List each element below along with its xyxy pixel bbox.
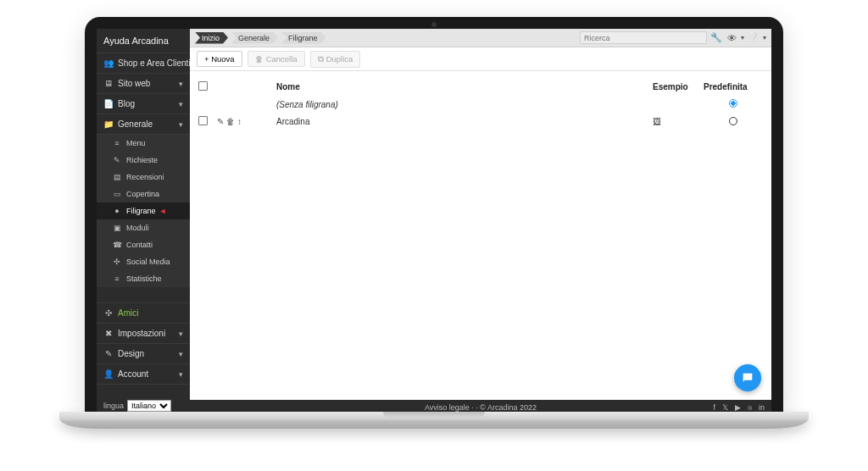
laptop-frame: Ayuda Arcadina 👥 Shop e Area Clienti ▾ 🖥… (85, 17, 783, 415)
col-example: Esempio (653, 82, 704, 91)
gear-icon: ✖ (103, 329, 114, 338)
row-checkbox[interactable] (198, 116, 208, 125)
users-icon: 👥 (103, 58, 114, 68)
grid-icon: ▣ (112, 224, 122, 232)
phone-icon: ☎ (112, 241, 122, 249)
language-select[interactable]: Italiano (127, 400, 171, 412)
sidebar-item-impostazioni[interactable]: ✖ Impostazioni ▾ (97, 324, 190, 344)
delete-button[interactable]: 🗑Cancella (248, 51, 305, 67)
sidebar-item-amici[interactable]: ✣ Amici (97, 302, 190, 324)
chevron-down-icon: ▾ (179, 80, 183, 88)
top-bar: Inizio Generale Filigrane 🔧 👁 ▾ ❔ ▾ (190, 29, 771, 47)
facebook-icon[interactable]: f (713, 403, 715, 412)
main-panel: Inizio Generale Filigrane 🔧 👁 ▾ ❔ ▾ + Nu… (190, 29, 771, 415)
sidebar-sub-socialmedia[interactable]: ✣Social Media (97, 253, 190, 270)
sidebar-sub-statistiche[interactable]: ≡Statistiche (97, 270, 190, 287)
chevron-down-icon: ▾ (179, 330, 183, 338)
sidebar: Ayuda Arcadina 👥 Shop e Area Clienti ▾ 🖥… (97, 29, 190, 415)
list-icon: ▤ (112, 173, 122, 181)
sidebar-sub-moduli[interactable]: ▣Moduli (97, 219, 190, 236)
sidebar-item-shop[interactable]: 👥 Shop e Area Clienti ▾ (97, 53, 190, 74)
copy-icon: ⧉ (318, 54, 324, 64)
table-header: Nome Esempio Predefinita (198, 78, 763, 96)
page-icon: 📄 (103, 99, 114, 108)
sidebar-submenu-generale: ≡Menu ✎Richieste ▤Recensioni ▭Copertina … (97, 135, 190, 287)
youtube-icon[interactable]: ▶ (735, 403, 741, 412)
sidebar-sub-menu[interactable]: ≡Menu (97, 135, 190, 152)
sidebar-item-label: Account (118, 369, 148, 379)
sidebar-item-label: Blog (118, 99, 135, 108)
wrench-icon[interactable]: 🔧 (710, 32, 722, 43)
sidebar-sub-filigrane[interactable]: ●Filigrane◄ (97, 202, 190, 219)
content-area: Nome Esempio Predefinita (Senza filigran… (190, 71, 771, 400)
sidebar-item-label: Sito web (118, 79, 150, 88)
monitor-icon: 🖥 (103, 79, 114, 88)
share-icon: ✣ (112, 258, 122, 266)
chevron-down-icon: ▾ (179, 100, 183, 108)
sidebar-item-sitoweb[interactable]: 🖥 Sito web ▾ (97, 74, 190, 94)
chat-widget[interactable] (734, 364, 761, 391)
sidebar-sub-recensioni[interactable]: ▤Recensioni (97, 169, 190, 186)
help-icon[interactable]: ❔ (748, 32, 760, 43)
chevron-down-icon: ▾ (179, 370, 183, 379)
share-icon: ✣ (103, 308, 114, 318)
table-row[interactable]: ✎ 🗑 ↕ Arcadina 🖼 (198, 113, 763, 130)
breadcrumb-home[interactable]: Inizio (195, 32, 228, 44)
rect-icon: ▭ (112, 190, 122, 198)
sidebar-item-label: Design (118, 349, 144, 358)
sidebar-item-account[interactable]: 👤 Account ▾ (97, 364, 190, 385)
spacer (97, 287, 190, 302)
menu-icon: ≡ (112, 139, 122, 147)
row-name: (Senza filigrana) (276, 100, 653, 109)
default-radio[interactable] (729, 117, 737, 125)
language-label: lingua (103, 402, 124, 410)
brush-icon: ✎ (103, 349, 114, 358)
sidebar-item-label: Shop e Area Clienti (118, 58, 190, 68)
duplicate-button[interactable]: ⧉Duplica (310, 51, 361, 68)
select-all-checkbox[interactable] (198, 81, 208, 91)
trash-icon: 🗑 (255, 54, 264, 64)
sidebar-sub-contatti[interactable]: ☎Contatti (97, 236, 190, 253)
trash-icon[interactable]: 🗑 (226, 117, 235, 126)
sidebar-item-generale[interactable]: 📁 Generale ▾ (97, 114, 190, 135)
laptop-base (59, 412, 809, 429)
chevron-down-icon: ▾ (763, 34, 766, 42)
user-icon: 👤 (103, 369, 114, 379)
linkedin-icon[interactable]: in (759, 403, 765, 412)
default-radio[interactable] (729, 99, 737, 108)
sidebar-item-design[interactable]: ✎ Design ▾ (97, 344, 190, 364)
folder-icon: 📁 (103, 119, 114, 129)
sidebar-item-label: Generale (118, 119, 153, 129)
example-thumb[interactable]: 🖼 (653, 117, 704, 126)
camera-dot (431, 22, 437, 27)
sidebar-item-label: Impostazioni (118, 329, 165, 338)
sidebar-item-label: Amici (118, 308, 138, 318)
footer-socials: f 𝕏 ▶ ⌾ in (713, 403, 765, 412)
chevron-down-icon: ▾ (179, 350, 183, 358)
active-arrow-icon: ◄ (159, 207, 167, 215)
sidebar-item-blog[interactable]: 📄 Blog ▾ (97, 94, 190, 114)
twitter-icon[interactable]: 𝕏 (722, 403, 728, 412)
new-button[interactable]: + Nuova (197, 51, 242, 67)
reorder-icon[interactable]: ↕ (237, 117, 242, 126)
col-name: Nome (276, 82, 653, 91)
app-screen: Ayuda Arcadina 👥 Shop e Area Clienti ▾ 🖥… (97, 29, 771, 415)
breadcrumb-filigrane[interactable]: Filigrane (281, 32, 326, 44)
sidebar-sub-copertina[interactable]: ▭Copertina (97, 186, 190, 202)
sidebar-sub-richieste[interactable]: ✎Richieste (97, 152, 190, 169)
pencil-icon: ✎ (112, 156, 122, 164)
eye-icon[interactable]: 👁 (726, 33, 737, 43)
app-title: Ayuda Arcadina (97, 29, 190, 53)
chevron-down-icon: ▾ (741, 34, 744, 42)
search-input[interactable] (580, 31, 707, 44)
instagram-icon[interactable]: ⌾ (748, 403, 752, 412)
table-row[interactable]: (Senza filigrana) (198, 96, 763, 113)
bars-icon: ≡ (112, 274, 122, 283)
footer-text: Avviso legale · · © Arcadina 2022 (425, 403, 537, 412)
chevron-down-icon: ▾ (179, 120, 183, 129)
dot-icon: ● (112, 207, 122, 215)
breadcrumb-generale[interactable]: Generale (231, 32, 278, 44)
col-default: Predefinita (704, 82, 763, 91)
edit-icon[interactable]: ✎ (217, 117, 224, 126)
row-name: Arcadina (276, 117, 653, 126)
